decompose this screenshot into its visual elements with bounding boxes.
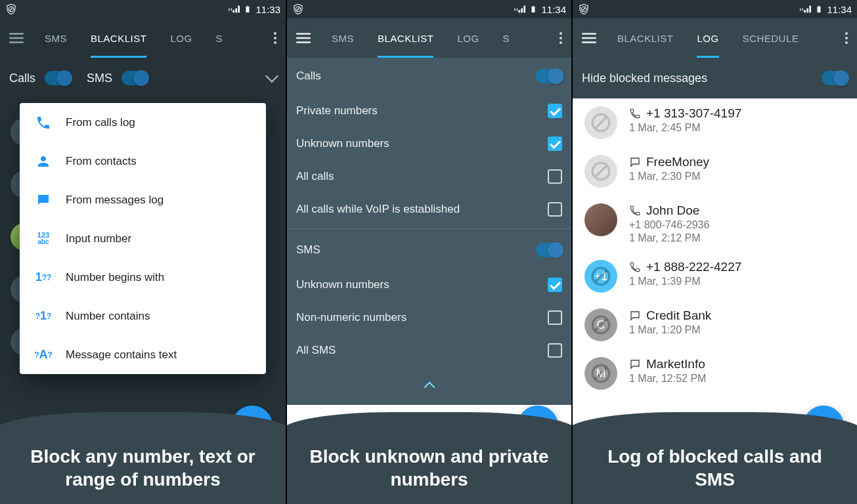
sms-icon bbox=[629, 310, 641, 322]
filter-calls-label: Calls bbox=[9, 72, 35, 85]
person-icon bbox=[35, 154, 51, 169]
text-contains-icon: ?A? bbox=[32, 348, 55, 362]
section-calls-label: Calls bbox=[296, 70, 321, 83]
filter-calls-switch[interactable] bbox=[45, 71, 71, 85]
log-row[interactable]: John Doe+1 800-746-29361 Mar, 2:12 PM bbox=[573, 196, 857, 252]
log-row[interactable]: +1+1 888-222-42271 Mar, 1:39 PM bbox=[573, 252, 857, 301]
log-row[interactable]: CCredit Bank1 Mar, 1:20 PM bbox=[573, 301, 857, 349]
phone-screen-2: H 11:34 SMS BLACKLIST LOG S Calls Privat… bbox=[286, 0, 571, 504]
status-time: 11:34 bbox=[827, 4, 852, 15]
block-icon bbox=[590, 160, 612, 182]
menu-number-begins-with[interactable]: 1?? Number begins with bbox=[20, 258, 266, 297]
sms-master-switch[interactable] bbox=[536, 243, 562, 257]
overflow-menu-button[interactable] bbox=[265, 37, 286, 39]
tab-schedule[interactable]: SCHEDULE bbox=[731, 18, 811, 58]
sms-icon bbox=[629, 358, 641, 370]
phone-screen-3: H 11:34 BLACKLIST LOG SCHEDULE Hide bloc… bbox=[571, 0, 857, 504]
overflow-menu-button[interactable] bbox=[836, 37, 857, 39]
menu-message-contains-text[interactable]: ?A? Message contains text bbox=[20, 335, 266, 374]
contact-photo bbox=[584, 203, 617, 236]
log-title: FreeMoney bbox=[646, 155, 709, 169]
checkbox-all-calls-voip[interactable] bbox=[548, 202, 562, 217]
collapse-button[interactable] bbox=[287, 367, 571, 405]
opt-unknown-numbers: Unknown numbers bbox=[296, 137, 389, 150]
call-icon bbox=[629, 108, 641, 119]
filter-sms-switch[interactable] bbox=[121, 71, 148, 85]
log-timestamp: 1 Mar, 2:45 PM bbox=[629, 122, 845, 134]
filter-bar: Calls SMS bbox=[0, 58, 286, 98]
hamburger-icon bbox=[295, 30, 312, 47]
log-avatar: C bbox=[584, 308, 617, 341]
menu-button[interactable] bbox=[573, 30, 605, 47]
app-bar: SMS BLACKLIST LOG S bbox=[287, 18, 571, 58]
tab-sms[interactable]: SMS bbox=[320, 18, 366, 58]
input-number-icon: 123abc bbox=[32, 232, 55, 245]
phone-icon bbox=[35, 115, 51, 131]
checkbox-all-sms[interactable] bbox=[548, 343, 562, 358]
app-bar: SMS BLACKLIST LOG S bbox=[0, 18, 286, 58]
battery-icon bbox=[244, 3, 252, 15]
opt-all-calls: All calls bbox=[296, 170, 334, 183]
log-timestamp: 1 Mar, 2:12 PM bbox=[629, 232, 845, 244]
call-icon bbox=[629, 261, 641, 273]
menu-input-number[interactable]: 123abc Input number bbox=[20, 219, 266, 258]
overflow-menu-button[interactable] bbox=[550, 37, 571, 39]
begins-with-icon: 1?? bbox=[32, 270, 55, 284]
log-row[interactable]: +1 313-307-41971 Mar, 2:45 PM bbox=[573, 98, 857, 147]
log-title: +1 313-307-4197 bbox=[646, 106, 741, 121]
tab-blacklist[interactable]: BLACKLIST bbox=[605, 18, 685, 58]
more-vert-icon bbox=[560, 37, 562, 39]
menu-from-contacts[interactable]: From contacts bbox=[20, 142, 266, 180]
block-overlay-icon bbox=[584, 260, 617, 293]
menu-from-calls-log[interactable]: From calls log bbox=[20, 103, 266, 142]
log-title: John Doe bbox=[646, 203, 699, 218]
filter-sms-label: SMS bbox=[87, 72, 112, 85]
tab-schedule[interactable]: S bbox=[491, 18, 522, 58]
tab-schedule[interactable]: S bbox=[204, 18, 235, 58]
promo-banner: Block unknown and private numbers bbox=[287, 432, 571, 504]
signal-icon bbox=[232, 4, 242, 14]
opt-non-numeric: Non-numeric numbers bbox=[296, 311, 407, 324]
checkbox-non-numeric[interactable] bbox=[548, 310, 562, 325]
hide-blocked-bar: Hide blocked messages bbox=[573, 58, 857, 98]
log-avatar bbox=[584, 155, 617, 188]
checkbox-unknown-numbers[interactable] bbox=[548, 136, 562, 151]
status-time: 11:34 bbox=[541, 4, 566, 15]
checkbox-unknown-sms[interactable] bbox=[548, 278, 562, 292]
promo-banner: Block any number, text or range of numbe… bbox=[0, 432, 286, 504]
tab-blacklist[interactable]: BLACKLIST bbox=[366, 18, 445, 58]
phone-screen-1: H 11:33 SMS BLACKLIST LOG S Calls SMS bbox=[0, 0, 286, 504]
status-bar: H 11:33 bbox=[0, 0, 286, 18]
hide-blocked-switch[interactable] bbox=[822, 71, 848, 85]
opt-private-numbers: Private numbers bbox=[296, 104, 378, 117]
add-number-dialog: From calls log From contacts From messag… bbox=[20, 103, 266, 374]
log-row[interactable]: FreeMoney1 Mar, 2:30 PM bbox=[573, 147, 857, 196]
menu-button[interactable] bbox=[0, 30, 33, 47]
tab-log[interactable]: LOG bbox=[445, 18, 491, 58]
promo-banner: Log of blocked calls and SMS bbox=[573, 432, 857, 504]
opt-unknown-numbers-sms: Unknown numbers bbox=[296, 278, 389, 291]
menu-button[interactable] bbox=[287, 30, 320, 47]
log-row[interactable]: MMarketInfo1 Mar, 12:52 PM bbox=[573, 349, 857, 398]
menu-number-contains[interactable]: ?1? Number contains bbox=[20, 297, 266, 335]
tab-blacklist[interactable]: BLACKLIST bbox=[79, 18, 158, 58]
tab-sms[interactable]: SMS bbox=[33, 18, 79, 58]
chevron-up-icon bbox=[424, 382, 435, 393]
more-vert-icon bbox=[274, 37, 276, 39]
battery-icon bbox=[815, 3, 823, 15]
status-bar: H 11:34 bbox=[573, 0, 857, 18]
call-icon bbox=[629, 205, 641, 217]
block-icon bbox=[590, 112, 612, 134]
tab-log[interactable]: LOG bbox=[685, 18, 730, 58]
menu-from-messages-log[interactable]: From messages log bbox=[20, 180, 266, 219]
log-list[interactable]: +1 313-307-41971 Mar, 2:45 PMFreeMoney1 … bbox=[573, 98, 857, 504]
calls-master-switch[interactable] bbox=[536, 69, 562, 83]
checkbox-all-calls[interactable] bbox=[548, 169, 562, 184]
checkbox-private-numbers[interactable] bbox=[548, 104, 562, 118]
battery-icon bbox=[529, 3, 537, 15]
log-avatar: +1 bbox=[584, 260, 617, 293]
chevron-down-icon[interactable] bbox=[265, 70, 278, 83]
message-icon bbox=[35, 192, 51, 208]
tab-log[interactable]: LOG bbox=[158, 18, 204, 58]
opt-all-calls-voip: All calls while VoIP is established bbox=[296, 203, 460, 216]
